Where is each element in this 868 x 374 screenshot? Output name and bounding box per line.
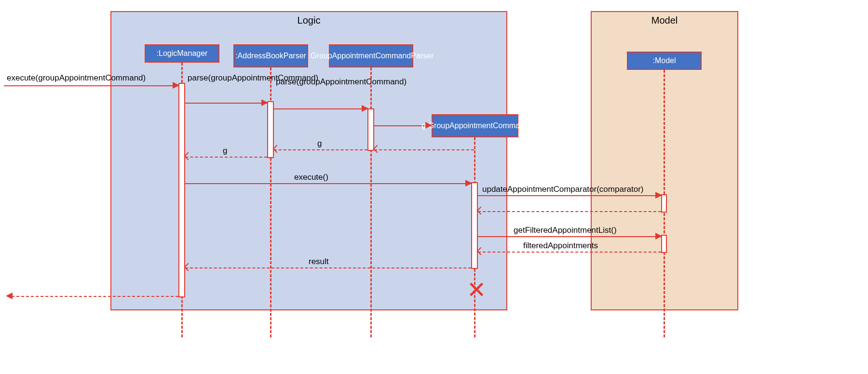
arrow-return-g1 (274, 149, 367, 150)
arrowhead-execute-in (173, 82, 179, 89)
arrowhead-final-return (6, 293, 13, 299)
arrow-filtered-return (478, 252, 661, 253)
label-filtered-return: filteredAppointments (523, 241, 598, 251)
arrowhead-execute (465, 180, 472, 187)
arrow-update-comparator (478, 195, 661, 196)
label-parse1: parse(groupAppointmentCommand) (188, 73, 255, 83)
destroy-icon: ✕ (467, 279, 486, 302)
arrowhead-get-filtered (655, 233, 662, 240)
logic-frame-label: Logic (111, 15, 506, 26)
arrowhead-parse1 (261, 99, 268, 106)
label-execute: execute() (294, 173, 328, 182)
lifeline-head-groupappointmentcommandparser: :GroupAppointmentCommandParser (329, 44, 413, 67)
arrow-update-return (478, 211, 661, 212)
lifeline-label: :LogicManager (157, 49, 208, 58)
lifeline-head-model: :Model (627, 52, 702, 70)
arrowhead-update-comparator (655, 192, 662, 199)
label-parse2: parse(groupAppointmentCommand) (276, 77, 343, 87)
lifeline-label: g:GroupAppointmentCommand (421, 121, 528, 130)
arrow-parse1 (185, 103, 267, 104)
label-result: result (309, 257, 329, 267)
arrowhead-parse2 (362, 105, 368, 112)
lifeline-head-groupappointmentcommand: g:GroupAppointmentCommand (432, 114, 518, 137)
activation-groupappointmentcommandparser (367, 108, 374, 151)
lifeline-label: :Model (652, 56, 676, 65)
lifeline-label: :GroupAppointmentCommandParser (309, 52, 434, 60)
arrow-execute (185, 183, 471, 184)
arrow-execute-in (4, 85, 178, 86)
label-execute-in: execute(groupAppointmentCommand) (7, 73, 146, 83)
arrow-return-g2 (185, 157, 267, 158)
arrow-return-to-parser (374, 149, 474, 150)
lifeline-head-logicmanager: :LogicManager (145, 44, 219, 63)
label-return-g2: g (223, 146, 227, 156)
lifeline-head-addressbookparser: :AddressBookParser (233, 44, 308, 67)
arrow-get-filtered (478, 236, 661, 237)
arrow-result (185, 267, 471, 268)
arrowhead-create-g (425, 122, 432, 129)
activation-groupappointmentcommand (471, 182, 478, 269)
arrow-final-return (12, 296, 178, 297)
model-frame-label: Model (592, 15, 737, 26)
label-return-g1: g (317, 139, 322, 148)
arrow-parse2 (274, 108, 367, 109)
lifeline-dash-groupappointmentcommandparser (370, 67, 372, 337)
activation-logicmanager (178, 83, 185, 297)
label-get-filtered: getFilteredAppointmentList() (514, 226, 617, 235)
label-update-comparator: updateAppointmentComparator(comparator) (482, 185, 644, 194)
lifeline-label: :AddressBookParser (235, 52, 306, 60)
